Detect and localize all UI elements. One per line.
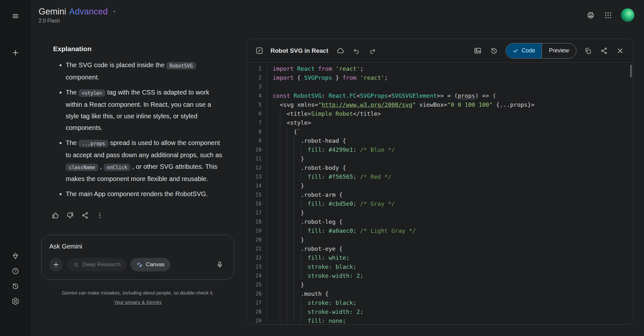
explanation-bullet: The <style> tag with the CSS is adapted … <box>66 86 225 133</box>
history-button[interactable] <box>9 280 22 293</box>
tab-code[interactable]: Code <box>506 43 542 58</box>
canvas-title: Robot SVG in React <box>270 47 328 54</box>
inline-code-chip: ...props <box>79 140 108 147</box>
indent-guide <box>287 217 287 226</box>
chat-column: Explanation The SVG code is placed insid… <box>31 30 238 336</box>
line-number: 23 <box>247 262 267 271</box>
code-editor[interactable]: 1import React from 'react';2import { SVG… <box>247 63 633 324</box>
line-number: 9 <box>247 136 267 145</box>
indent-guide <box>294 172 294 181</box>
tab-preview[interactable]: Preview <box>542 43 576 58</box>
indent-guide <box>294 271 294 280</box>
tab-code-label: Code <box>522 47 535 54</box>
prompt-input[interactable]: Ask Gemini <box>49 243 226 250</box>
share-response-button[interactable] <box>80 211 90 220</box>
more-options-button[interactable] <box>95 211 104 220</box>
line-number: 13 <box>247 172 267 181</box>
thumbs-up-button[interactable] <box>51 211 60 220</box>
indent-guide <box>280 172 280 181</box>
settings-button[interactable] <box>9 295 22 308</box>
account-avatar[interactable] <box>621 8 634 22</box>
copy-button[interactable] <box>583 46 592 55</box>
topbar: Gemini Advanced 2.0 Flash <box>31 0 644 30</box>
image-icon <box>474 47 482 55</box>
share-icon <box>600 47 608 55</box>
indent-guide <box>287 181 287 190</box>
line-number: 20 <box>247 235 267 244</box>
share-icon <box>81 212 89 219</box>
indent-guide <box>280 316 280 324</box>
line-number: 22 <box>247 253 267 262</box>
indent-guide <box>280 217 280 226</box>
code-line: 24 stroke-width: 2; <box>247 271 633 280</box>
line-number: 3 <box>247 82 267 91</box>
help-button[interactable]: ? <box>9 265 22 277</box>
gemini-app: ? Gemini Advanced <box>0 0 644 336</box>
app-title: Gemini <box>39 7 66 17</box>
line-number: 12 <box>247 163 267 172</box>
deep-research-chip[interactable]: Deep Research <box>67 258 126 271</box>
attach-button[interactable] <box>49 258 63 271</box>
check-icon <box>512 48 519 54</box>
privacy-link[interactable]: Your privacy & Gemini <box>114 299 162 305</box>
view-toggle: Code Preview <box>506 43 576 59</box>
indent-guide <box>294 298 294 307</box>
indent-guide <box>287 298 287 307</box>
new-chat-button[interactable] <box>8 45 23 60</box>
inline-code-chip: RobotSVG <box>166 62 196 69</box>
model-label: 2.0 Flash <box>39 18 117 24</box>
version-history-icon <box>490 47 498 55</box>
indent-guide <box>294 199 294 208</box>
code-line: 13 fill: #f56565; /* Red */ <box>247 172 633 181</box>
line-number: 17 <box>247 208 267 217</box>
undo-button[interactable] <box>352 46 361 55</box>
apps-grid-button[interactable] <box>603 11 612 20</box>
indent-guide <box>294 217 294 226</box>
scrollbar-thumb[interactable] <box>630 65 632 77</box>
code-line: 22 fill: white; <box>247 253 633 262</box>
code-line: 4const RobotSVG: React.FC<SVGProps<SVGSV… <box>247 91 633 100</box>
canvas-chip[interactable]: Canvas <box>130 258 170 271</box>
cloud-icon <box>336 47 345 55</box>
thumbs-down-button[interactable] <box>66 211 75 220</box>
model-selector[interactable]: Gemini Advanced <box>39 7 117 17</box>
code-line: 1import React from 'react'; <box>247 64 633 73</box>
edit-note-icon <box>136 261 143 268</box>
indent-guide <box>280 289 280 298</box>
indent-guide <box>280 136 280 145</box>
mic-button[interactable] <box>213 258 226 271</box>
undo-icon <box>353 47 360 55</box>
print-button[interactable] <box>586 11 595 20</box>
indent-guide <box>287 226 287 235</box>
code-line: 14 } <box>247 181 633 190</box>
indent-guide <box>287 262 287 271</box>
indent-guide <box>301 199 301 208</box>
indent-guide <box>301 172 301 181</box>
save-status-button[interactable] <box>336 46 345 55</box>
close-canvas-button[interactable] <box>616 46 625 55</box>
indent-guide <box>294 289 294 298</box>
code-line: 26 .mouth { <box>247 289 633 298</box>
indent-guide <box>294 163 294 172</box>
apps-grid-icon <box>604 11 612 19</box>
code-line: 3 <box>247 82 633 91</box>
line-number: 6 <box>247 109 267 118</box>
insert-image-button[interactable] <box>473 46 482 55</box>
code-line: 10 fill: #4299e1; /* Blue */ <box>247 145 633 154</box>
help-icon: ? <box>12 267 19 275</box>
version-history-button[interactable] <box>489 46 498 55</box>
share-canvas-button[interactable] <box>600 46 609 55</box>
indent-guide <box>280 154 280 163</box>
inline-code-chip: className <box>66 164 98 171</box>
gem-icon <box>12 252 19 260</box>
topbar-actions <box>586 8 634 22</box>
prompt-input-box: Ask Gemini Deep Research <box>41 235 234 280</box>
gem-button[interactable] <box>9 250 22 262</box>
plus-icon <box>11 49 20 57</box>
redo-button[interactable] <box>368 46 377 55</box>
menu-button[interactable] <box>8 8 23 24</box>
indent-guide <box>301 262 301 271</box>
main-area: Gemini Advanced 2.0 Flash <box>31 0 644 336</box>
indent-guide <box>280 109 280 118</box>
indent-guide <box>301 226 301 235</box>
